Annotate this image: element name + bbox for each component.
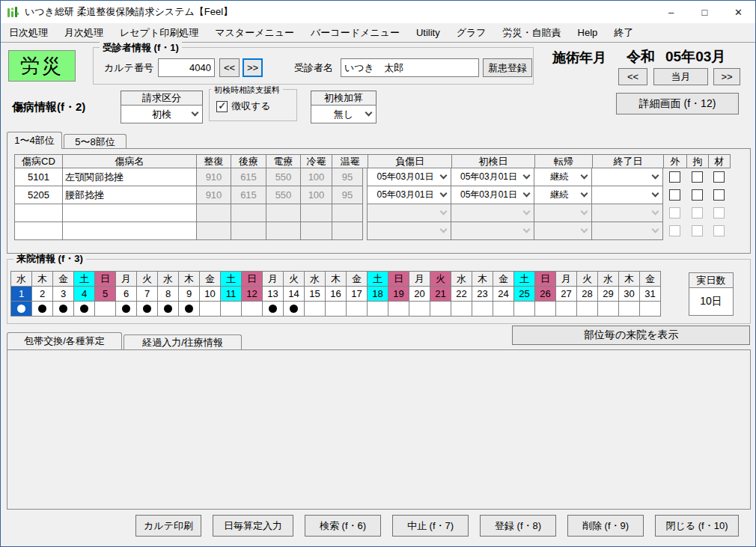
close-icon[interactable]: ✕ — [722, 1, 755, 23]
injury-name-cell[interactable] — [62, 204, 197, 222]
material-checkbox[interactable] — [713, 207, 725, 219]
outcome-select[interactable] — [534, 204, 592, 222]
calendar-date-cell[interactable]: 28 — [576, 286, 598, 302]
menu-item[interactable]: 月次処理 — [56, 23, 112, 42]
show-visits-by-part-button[interactable]: 部位毎の来院を表示 — [512, 326, 750, 345]
calendar-date-cell[interactable]: 23 — [472, 286, 493, 302]
external-checkbox[interactable] — [669, 225, 680, 236]
calendar-mark-cell[interactable] — [451, 301, 472, 317]
calendar-mark-cell[interactable] — [618, 301, 640, 317]
calendar-date-cell[interactable]: 19 — [388, 286, 409, 302]
restraint-checkbox[interactable] — [692, 189, 703, 201]
search-button[interactable]: 検索 (f・6) — [305, 515, 381, 537]
calendar-mark-cell[interactable] — [136, 301, 158, 317]
calendar-mark-cell[interactable] — [94, 301, 116, 317]
injury-date-select[interactable] — [367, 221, 451, 240]
first-exam-date-select[interactable]: 05年03月01日 — [451, 186, 534, 204]
calendar-mark-cell[interactable] — [220, 301, 242, 317]
calendar-mark-cell[interactable] — [639, 301, 661, 317]
tab-bandage-calc[interactable]: 包帯交換/各種算定 — [7, 332, 122, 349]
injury-date-select[interactable]: 05年03月01日 — [367, 186, 451, 204]
calendar-date-cell[interactable]: 22 — [451, 286, 472, 302]
first-exam-date-select[interactable] — [451, 221, 534, 240]
close-window-button[interactable]: 閉じる (f・10) — [655, 515, 739, 537]
calendar-mark-cell[interactable] — [346, 301, 368, 317]
injury-name-cell[interactable] — [62, 221, 197, 240]
outcome-select[interactable]: 継続 — [534, 168, 592, 186]
calendar-mark-cell[interactable] — [576, 301, 598, 317]
calendar-mark-cell[interactable] — [10, 301, 32, 317]
abort-button[interactable]: 中止 (f・7) — [392, 515, 469, 537]
calendar-mark-cell[interactable] — [388, 301, 409, 317]
injury-date-select[interactable]: 05年03月01日 — [367, 168, 451, 186]
calendar-date-cell[interactable]: 15 — [304, 286, 326, 302]
calendar-date-cell[interactable]: 4 — [73, 286, 95, 302]
calendar-date-cell[interactable]: 8 — [157, 286, 179, 302]
injury-cd-cell[interactable] — [14, 204, 63, 222]
calendar-date-cell[interactable]: 24 — [493, 286, 514, 302]
menu-item[interactable]: Help — [570, 23, 606, 42]
end-date-select[interactable] — [591, 221, 663, 240]
first-exam-addition-select[interactable]: 無し — [311, 105, 377, 123]
calendar-date-cell[interactable]: 25 — [513, 286, 535, 302]
karte-print-button[interactable]: カルテ印刷 — [135, 515, 201, 537]
material-checkbox[interactable] — [713, 171, 725, 183]
calendar-date-cell[interactable]: 9 — [178, 286, 200, 302]
injury-name-cell[interactable]: 左顎関節捻挫 — [62, 168, 197, 186]
tab-parts-5-8[interactable]: 5〜8部位 — [64, 134, 126, 149]
calendar-mark-cell[interactable] — [367, 301, 388, 317]
calendar-date-cell[interactable]: 13 — [262, 286, 284, 302]
current-month-button[interactable]: 当月 — [653, 68, 708, 85]
calendar-mark-cell[interactable] — [52, 301, 74, 317]
first-exam-date-select[interactable]: 05年03月01日 — [451, 168, 534, 186]
patient-name-input[interactable] — [341, 58, 479, 77]
calendar-date-cell[interactable]: 3 — [52, 286, 74, 302]
external-checkbox[interactable] — [669, 207, 680, 219]
calendar-mark-cell[interactable] — [430, 301, 451, 317]
calendar-mark-cell[interactable] — [597, 301, 619, 317]
menu-item[interactable]: Utility — [408, 23, 448, 42]
delete-button[interactable]: 削除 (f・9) — [567, 515, 644, 537]
menu-item[interactable]: 終了 — [606, 23, 641, 42]
calendar-mark-cell[interactable] — [199, 301, 221, 317]
calendar-date-cell[interactable]: 5 — [94, 286, 116, 302]
outcome-select[interactable] — [534, 221, 592, 240]
end-date-select[interactable] — [591, 168, 663, 186]
calendar-mark-cell[interactable] — [304, 301, 326, 317]
calendar-mark-cell[interactable] — [283, 301, 305, 317]
calendar-mark-cell[interactable] — [325, 301, 347, 317]
prev-patient-button[interactable]: << — [219, 58, 240, 77]
calendar-mark-cell[interactable] — [73, 301, 95, 317]
injury-cd-cell[interactable]: 5205 — [14, 186, 63, 204]
next-month-button[interactable]: >> — [713, 68, 740, 85]
daily-calc-input-button[interactable]: 日毎算定入力 — [213, 515, 293, 537]
menu-item[interactable]: レセプト印刷処理 — [112, 23, 207, 42]
restraint-checkbox[interactable] — [692, 225, 703, 236]
calendar-date-cell[interactable]: 6 — [115, 286, 137, 302]
calendar-mark-cell[interactable] — [409, 301, 430, 317]
calendar-mark-cell[interactable] — [178, 301, 200, 317]
detail-screen-button[interactable]: 詳細画面 (f・12) — [616, 93, 739, 114]
claim-class-select[interactable]: 初検 — [121, 105, 203, 123]
material-checkbox[interactable] — [713, 225, 725, 236]
end-date-select[interactable] — [591, 204, 663, 222]
end-date-select[interactable] — [591, 186, 663, 204]
restraint-checkbox[interactable] — [692, 207, 703, 219]
new-patient-button[interactable]: 新患登録 — [483, 58, 532, 77]
calendar-date-cell[interactable]: 30 — [618, 286, 640, 302]
calendar-mark-cell[interactable] — [262, 301, 284, 317]
calendar-date-cell[interactable]: 31 — [639, 286, 661, 302]
injury-date-select[interactable] — [367, 204, 451, 222]
next-patient-button[interactable]: >> — [243, 58, 263, 77]
calendar-mark-cell[interactable] — [534, 301, 556, 317]
maximize-button[interactable]: □ — [688, 1, 722, 23]
menu-item[interactable]: バーコードメニュー — [302, 23, 408, 42]
calendar-mark-cell[interactable] — [31, 301, 53, 317]
menu-item[interactable]: 労災・自賠責 — [495, 23, 570, 42]
menu-item[interactable]: マスターメニュー — [207, 23, 302, 42]
calendar-date-cell[interactable]: 1 — [10, 286, 32, 302]
calendar-date-cell[interactable]: 7 — [136, 286, 158, 302]
calendar-date-cell[interactable]: 12 — [241, 286, 263, 302]
calendar-date-cell[interactable]: 18 — [367, 286, 388, 302]
karte-number-input[interactable] — [158, 58, 215, 77]
